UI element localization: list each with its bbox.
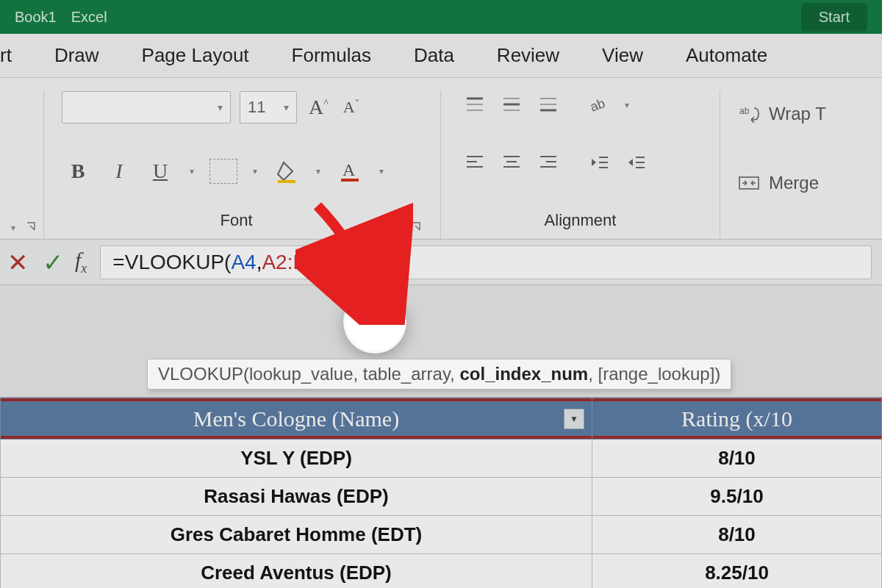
table-row[interactable]: YSL Y (EDP) 8/10 [1, 440, 882, 478]
fontcolor-drop-icon[interactable]: ▾ [375, 166, 388, 176]
align-left-icon[interactable] [459, 148, 491, 176]
alignment-group-label: Alignment [459, 211, 702, 233]
start-button[interactable]: Start [801, 3, 867, 32]
col-header-name[interactable]: Men's Cologne (Name) ▼ [1, 398, 592, 440]
alignment-group: ab ▾ Alignment [441, 91, 720, 239]
function-tooltip: VLOOKUP(lookup_value, table_array, col_i… [147, 359, 731, 390]
cell-rating[interactable]: 8/10 [592, 440, 882, 478]
tab-automate[interactable]: Automate [686, 44, 767, 67]
border-drop-icon[interactable]: ▾ [248, 166, 262, 176]
font-size-value: 11 [248, 98, 265, 117]
ribbon-tabs: rt Draw Page Layout Formulas Data Review… [0, 34, 882, 78]
cell-name[interactable]: Gres Cabaret Homme (EDT) [1, 516, 592, 554]
orientation-drop-icon[interactable]: ▾ [620, 100, 634, 110]
merge-center-button[interactable]: Merge [738, 165, 857, 201]
col-header-name-label: Men's Cologne (Name) [193, 406, 399, 431]
table-row[interactable]: Creed Aventus (EDP) 8.25/10 [1, 554, 882, 589]
font-color-button[interactable]: A [334, 155, 366, 187]
align-middle-icon[interactable] [495, 91, 528, 119]
fill-color-button[interactable] [270, 155, 303, 187]
svg-rect-29 [739, 177, 759, 189]
caret-icon [338, 251, 340, 274]
dialog-launcher-icon[interactable] [26, 221, 37, 233]
align-bottom-icon[interactable] [532, 91, 564, 119]
workbook-name: Book1 [15, 9, 57, 26]
cancel-icon[interactable]: ✕ [0, 248, 35, 277]
orientation-icon[interactable]: ab [584, 91, 616, 119]
cell-rating[interactable]: 9.5/10 [592, 478, 882, 516]
font-group-label: Font [62, 211, 411, 233]
tooltip-after: , [range_lookup]) [588, 364, 720, 384]
col-header-rating[interactable]: Rating (x/10 [592, 398, 882, 440]
font-dialog-launcher-icon[interactable] [411, 221, 423, 233]
titlebar: Book1 Excel Start [0, 0, 882, 34]
cell-rating[interactable]: 8.25/10 [592, 554, 882, 589]
formula-ref1: A4 [231, 251, 256, 274]
cell-name[interactable]: Creed Aventus (EDP) [1, 554, 592, 589]
worksheet[interactable]: Men's Cologne (Name) ▼ Rating (x/10 YSL … [0, 397, 882, 588]
formula-sep1: , [257, 251, 262, 274]
formula-fn: VLOOKUP( [125, 251, 232, 274]
font-group: ▾ 11 ▾ A^ A˅ B I U ▾ ▾ ▾ A ▾ Font [44, 91, 441, 239]
merge-icon [738, 174, 760, 192]
italic-button[interactable]: I [103, 155, 135, 187]
align-top-icon[interactable] [459, 91, 491, 119]
wrap-text-button[interactable]: ab Wrap T [738, 96, 857, 132]
app-name: Excel [71, 9, 107, 26]
svg-text:ab: ab [739, 106, 750, 116]
highlight-circle [345, 293, 404, 351]
table-row[interactable]: Rasasi Hawas (EDP) 9.5/10 [1, 478, 882, 516]
wrap-text-icon: ab [738, 104, 760, 124]
svg-rect-2 [341, 179, 359, 182]
fill-drop-icon[interactable]: ▾ [312, 166, 325, 176]
increase-font-icon[interactable]: A^ [306, 93, 331, 122]
formula-sep2: , [331, 251, 337, 274]
tab-review[interactable]: Review [497, 44, 559, 67]
bold-button[interactable]: B [62, 155, 94, 187]
wrap-text-label: Wrap T [769, 104, 826, 124]
svg-text:ab: ab [589, 96, 607, 115]
underline-button[interactable]: U [144, 155, 176, 187]
enter-icon[interactable]: ✓ [35, 248, 71, 277]
merge-wrap-group: ab Wrap T Merge [720, 91, 875, 239]
align-right-icon[interactable] [532, 148, 564, 176]
table-row[interactable]: Gres Cabaret Homme (EDT) 8/10 [1, 516, 882, 554]
formula-input[interactable]: =VLOOKUP(A4,A2:D14, [100, 245, 872, 279]
formula-eq: = [112, 251, 124, 274]
font-size-combo[interactable]: 11 ▾ [240, 91, 297, 123]
align-center-icon[interactable] [495, 148, 528, 176]
tab-page-layout[interactable]: Page Layout [142, 44, 249, 67]
decrease-indent-icon[interactable] [584, 148, 616, 176]
data-table: Men's Cologne (Name) ▼ Rating (x/10 YSL … [0, 398, 882, 588]
cell-rating[interactable]: 8/10 [592, 516, 882, 554]
tooltip-fn: VLOOKUP [158, 364, 243, 384]
border-button[interactable] [207, 155, 240, 187]
clipboard-expand-icon[interactable]: ▾ [7, 223, 20, 233]
underline-drop-icon[interactable]: ▾ [185, 166, 198, 176]
tab-data[interactable]: Data [414, 44, 454, 67]
svg-rect-0 [278, 180, 295, 183]
tab-draw[interactable]: Draw [54, 44, 99, 67]
filter-icon[interactable]: ▼ [564, 409, 584, 429]
increase-indent-icon[interactable] [620, 148, 653, 176]
formula-ref2: A2:D14 [262, 251, 330, 274]
ribbon: ▾ ▾ 11 ▾ A^ A˅ B I U ▾ ▾ ▾ A [0, 78, 882, 240]
tab-insert-partial[interactable]: rt [0, 44, 12, 67]
font-name-combo[interactable]: ▾ [62, 91, 231, 123]
cell-name[interactable]: YSL Y (EDP) [1, 440, 592, 478]
tab-view[interactable]: View [602, 44, 643, 67]
decrease-font-icon[interactable]: A˅ [340, 95, 362, 120]
col-header-rating-label: Rating (x/10 [681, 406, 792, 431]
clipboard-group: ▾ [0, 91, 44, 239]
formula-bar: ✕ ✓ fx =VLOOKUP(A4,A2:D14, [0, 240, 882, 285]
fx-icon[interactable]: fx [71, 248, 100, 276]
svg-text:A: A [343, 160, 356, 179]
tab-formulas[interactable]: Formulas [292, 44, 371, 67]
merge-label: Merge [769, 173, 819, 193]
tooltip-bold-arg: col_index_num [459, 364, 588, 384]
tooltip-before: (lookup_value, table_array, [243, 364, 459, 384]
cell-name[interactable]: Rasasi Hawas (EDP) [1, 478, 592, 516]
